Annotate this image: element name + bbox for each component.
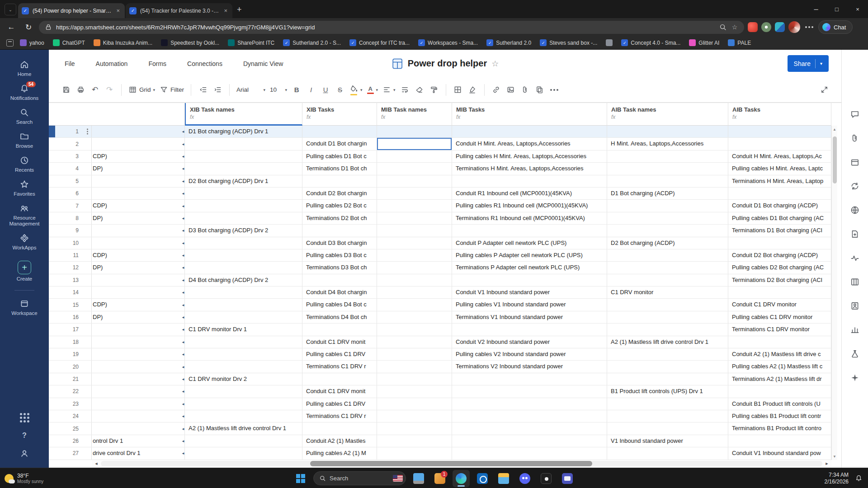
undo-button[interactable]: ↶ bbox=[88, 82, 102, 98]
reading-list-icon[interactable] bbox=[6, 39, 14, 47]
cell[interactable] bbox=[452, 175, 607, 187]
cell[interactable] bbox=[607, 262, 728, 273]
cell[interactable] bbox=[607, 163, 728, 174]
row-number[interactable]: 5 bbox=[49, 175, 92, 187]
browser-menu-icon[interactable] bbox=[808, 26, 810, 28]
maximize-button[interactable]: □ bbox=[826, 0, 847, 18]
cell-clipped-left[interactable] bbox=[92, 126, 185, 137]
cell[interactable]: Terminations D3 Bot ch bbox=[302, 262, 377, 273]
row-number[interactable]: 21 bbox=[49, 373, 92, 385]
cell[interactable]: Pulling cables D1 Bot c bbox=[302, 150, 377, 162]
cell-clipped-left[interactable] bbox=[92, 410, 185, 422]
cell[interactable]: Terminations C1 DRV monitor bbox=[728, 324, 831, 335]
bookmark-star-icon[interactable]: ☆ bbox=[731, 23, 739, 31]
row-number[interactable]: 22 bbox=[49, 385, 92, 397]
bookmark-item[interactable]: yahoo bbox=[20, 39, 44, 46]
cell[interactable] bbox=[728, 286, 831, 298]
bookmark-item[interactable]: Speedtest by Ookl... bbox=[161, 39, 219, 46]
cell[interactable]: Conduit C1 DRV monitor bbox=[728, 299, 831, 310]
cell[interactable] bbox=[607, 373, 728, 385]
cell[interactable]: D2 Bot charging (ACDP) Drv 1 bbox=[185, 175, 302, 187]
cell[interactable] bbox=[607, 410, 728, 422]
cell[interactable]: Pulling cables C1 DRV bbox=[302, 348, 377, 360]
cell[interactable] bbox=[607, 225, 728, 236]
help-icon[interactable]: ? bbox=[22, 432, 27, 440]
ai-assistant-icon[interactable] bbox=[850, 373, 860, 383]
publish-icon[interactable] bbox=[850, 205, 860, 215]
row-number[interactable]: 16 bbox=[49, 311, 92, 323]
cell[interactable] bbox=[607, 249, 728, 261]
cell[interactable]: Pulling cables B1 Product lift contr bbox=[728, 410, 831, 422]
cell[interactable] bbox=[185, 447, 302, 459]
cell[interactable]: D1 Bot charging (ACDP) bbox=[607, 188, 728, 199]
redo-button[interactable]: ↷ bbox=[102, 82, 117, 98]
cell[interactable] bbox=[377, 163, 452, 174]
row-number[interactable]: 18 bbox=[49, 336, 92, 348]
cell[interactable] bbox=[302, 324, 377, 335]
row-number[interactable]: 25 bbox=[49, 422, 92, 434]
row-number[interactable]: 14 bbox=[49, 286, 92, 298]
expand-sheet-button[interactable] bbox=[817, 82, 831, 98]
start-button[interactable] bbox=[292, 470, 309, 487]
scroll-up-icon[interactable]: ▲ bbox=[833, 126, 836, 133]
zoom-icon[interactable] bbox=[719, 23, 727, 31]
row-number[interactable]: 2 bbox=[49, 138, 92, 150]
horizontal-scroll-track[interactable] bbox=[101, 461, 822, 466]
cell[interactable] bbox=[185, 336, 302, 348]
cell[interactable] bbox=[377, 410, 452, 422]
cell[interactable]: Terminations V1 Inbound standard power bbox=[452, 311, 607, 323]
cell[interactable]: Conduit A2 (1) Mastless lift drive c bbox=[728, 348, 831, 360]
cell[interactable] bbox=[728, 336, 831, 348]
teams-icon[interactable] bbox=[559, 470, 576, 487]
copy-button[interactable] bbox=[533, 82, 547, 98]
favorite-star-icon[interactable]: ☆ bbox=[491, 59, 499, 69]
row-number[interactable]: 19 bbox=[49, 348, 92, 360]
bookmark-item[interactable]: SharePoint ITC bbox=[228, 39, 274, 46]
cell[interactable]: Pulling cables P Adapter cell newtork PL… bbox=[452, 249, 607, 261]
cell[interactable]: C1 DRV monitor Drv 2 bbox=[185, 373, 302, 385]
cell-clipped-left[interactable] bbox=[92, 385, 185, 397]
cell[interactable]: C1 DRV monitor Drv 1 bbox=[185, 324, 302, 335]
cell[interactable]: Pulling cables D1 Bot charging (AC bbox=[728, 212, 831, 224]
cell[interactable] bbox=[377, 237, 452, 249]
row-menu-icon[interactable] bbox=[87, 131, 88, 132]
cell-clipped-left[interactable] bbox=[92, 237, 185, 249]
cell[interactable]: Conduit V2 Inbound standard power bbox=[452, 336, 607, 348]
image-button[interactable] bbox=[504, 82, 518, 98]
cell[interactable] bbox=[377, 435, 452, 447]
row-number[interactable]: 9 bbox=[49, 225, 92, 236]
tab-close-icon[interactable]: × bbox=[115, 7, 121, 14]
cell-clipped-left[interactable] bbox=[92, 348, 185, 360]
cell[interactable] bbox=[185, 237, 302, 249]
cell[interactable] bbox=[302, 422, 377, 434]
cell[interactable]: D4 Bot charging (ACDP) Drv 2 bbox=[185, 274, 302, 286]
extension-icon-1[interactable] bbox=[748, 22, 758, 32]
cell-clipped-left[interactable] bbox=[92, 361, 185, 372]
sidebar-item-favorites[interactable]: Favorites bbox=[0, 179, 49, 197]
font-size-select[interactable]: 10 ▾ bbox=[268, 82, 289, 98]
format-painter-button[interactable] bbox=[427, 82, 441, 98]
cell[interactable]: Pulling cables V1 Inbound standard power bbox=[452, 299, 607, 310]
cell[interactable]: Terminations C1 DRV r bbox=[302, 410, 377, 422]
row-number[interactable]: 1 bbox=[49, 126, 92, 137]
outlook-icon[interactable] bbox=[474, 470, 491, 487]
cell[interactable]: Terminations D2 Bot charging (ACI bbox=[728, 274, 831, 286]
cell[interactable]: Conduit D1 Bot chargin bbox=[302, 138, 377, 150]
cell[interactable]: Conduit D3 Bot chargin bbox=[302, 237, 377, 249]
cell-clipped-left[interactable]: DP) bbox=[92, 163, 185, 174]
cell[interactable] bbox=[377, 138, 452, 150]
cell[interactable] bbox=[607, 324, 728, 335]
cell[interactable]: Terminations D1 Bot charging (ACI bbox=[728, 225, 831, 236]
back-button[interactable]: ← bbox=[5, 20, 18, 34]
cell[interactable] bbox=[185, 410, 302, 422]
browser-tab[interactable]: ✓(54) Tracker for Palestine 3.0 - Sma...… bbox=[126, 3, 232, 18]
cell[interactable] bbox=[185, 286, 302, 298]
column-header[interactable]: MIB Tasksfx bbox=[452, 103, 607, 126]
vertical-scrollbar[interactable]: ▲ ▼ bbox=[831, 126, 837, 460]
row-number[interactable]: 17 bbox=[49, 324, 92, 335]
print-button[interactable] bbox=[73, 82, 88, 98]
cell[interactable]: Conduit H Mint. Areas, Laptops,Accessori… bbox=[452, 138, 607, 150]
extension-icon-3[interactable] bbox=[775, 22, 785, 32]
summary-icon[interactable] bbox=[850, 229, 860, 239]
cell[interactable]: Pulling cables C1 DRV bbox=[302, 398, 377, 410]
